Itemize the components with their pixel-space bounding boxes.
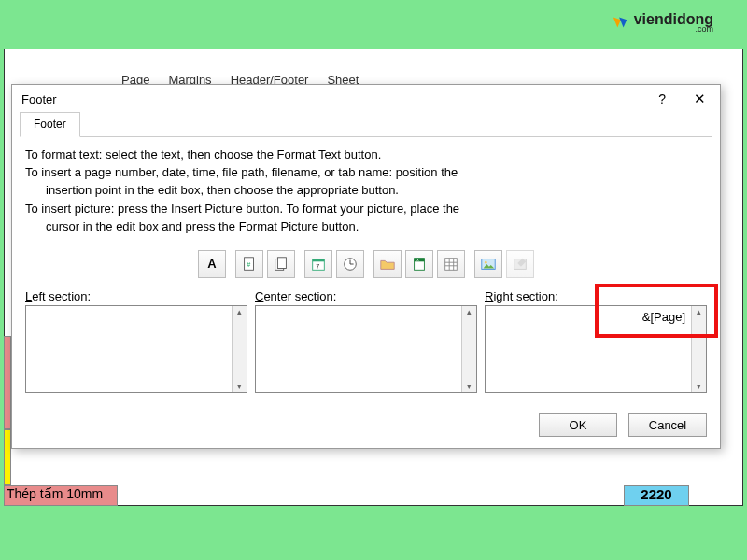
instructions-text: To format text: select the text, then ch… <box>25 147 707 235</box>
svg-text:#: # <box>247 260 250 269</box>
insert-sheet-name-button[interactable] <box>437 250 465 278</box>
cancel-button[interactable]: Cancel <box>628 413 707 437</box>
ok-button[interactable]: OK <box>539 413 617 437</box>
scrollbar[interactable]: ▴▾ <box>461 306 476 392</box>
svg-rect-3 <box>277 258 286 269</box>
left-section-edit[interactable]: ▴▾ <box>25 305 247 393</box>
brand-logo-icon <box>612 14 628 31</box>
insert-date-button[interactable]: 7 <box>304 250 332 278</box>
format-text-button[interactable]: A <box>198 250 226 278</box>
time-icon <box>342 256 359 273</box>
file-name-icon: X <box>411 256 428 273</box>
footer-dialog: Footer ? ✕ Footer To format text: select… <box>11 84 721 449</box>
date-icon: 7 <box>310 256 327 273</box>
right-section-value: &[Page] <box>486 306 691 392</box>
bg-cell-red-strip <box>4 336 11 429</box>
center-section-edit[interactable]: ▴▾ <box>255 305 477 393</box>
dialog-title: Footer <box>21 92 57 106</box>
right-section-label: Right section: <box>485 289 707 303</box>
svg-point-19 <box>485 261 487 264</box>
format-picture-button <box>506 250 534 278</box>
svg-text:7: 7 <box>316 261 319 270</box>
insert-time-button[interactable] <box>336 250 364 278</box>
svg-rect-11 <box>415 259 425 262</box>
right-section-edit[interactable]: &[Page] ▴▾ <box>485 305 707 393</box>
center-section-label: Center section: <box>255 289 477 303</box>
insert-number-of-pages-button[interactable] <box>267 250 295 278</box>
insert-picture-icon <box>480 256 497 273</box>
help-button[interactable]: ? <box>658 91 666 106</box>
insert-picture-button[interactable] <box>474 250 502 278</box>
insert-file-name-button[interactable]: X <box>405 250 433 278</box>
tab-footer[interactable]: Footer <box>20 112 80 137</box>
footer-toolbar: A # 7 <box>25 250 707 278</box>
insert-file-path-button[interactable] <box>374 250 402 278</box>
insert-page-number-button[interactable]: # <box>235 250 263 278</box>
scrollbar[interactable]: ▴▾ <box>232 306 247 392</box>
bg-cell-yellow-strip <box>4 429 11 485</box>
left-section-label: Left section: <box>25 289 247 303</box>
format-picture-icon <box>512 256 529 273</box>
page-number-icon: # <box>241 256 258 273</box>
svg-rect-13 <box>445 259 458 271</box>
bg-cell-red: Thép tấm 10mm <box>4 485 118 506</box>
sheet-name-icon <box>443 256 459 273</box>
dialog-tabstrip: Footer <box>20 111 712 137</box>
close-button[interactable]: ✕ <box>686 91 712 107</box>
scrollbar[interactable]: ▴▾ <box>691 306 706 392</box>
file-path-icon <box>379 256 396 273</box>
pages-icon <box>273 256 289 273</box>
bg-cell-blue: 2220 <box>624 485 689 506</box>
watermark: viendidong .com <box>612 11 713 34</box>
